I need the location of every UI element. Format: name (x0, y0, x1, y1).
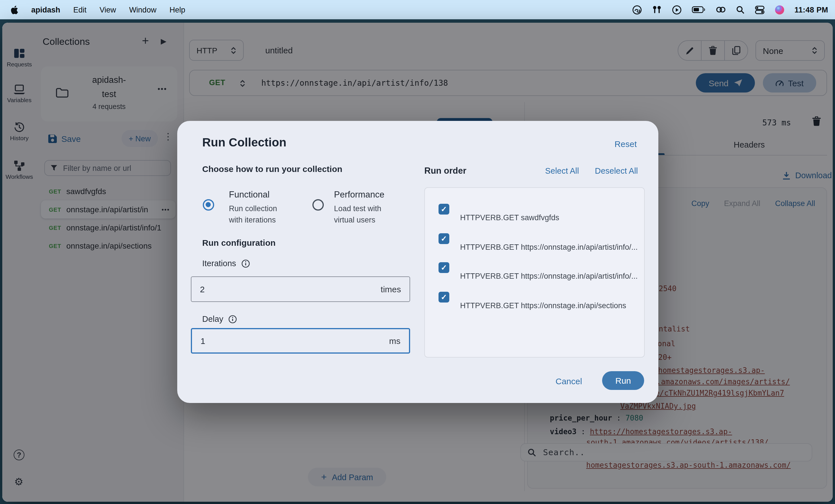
radio-functional[interactable] (203, 199, 214, 211)
delay-unit: ms (389, 336, 401, 345)
iterations-unit: times (381, 285, 401, 294)
now-playing-icon[interactable] (672, 5, 681, 15)
menu-bar: apidash Edit View Window Help 11:48 PM (0, 0, 835, 19)
run-collection-dialog: Run Collection Reset Choose how to run y… (177, 121, 658, 403)
siri-icon[interactable] (774, 5, 784, 15)
mode-functional-label[interactable]: Functional (229, 190, 269, 200)
menu-help[interactable]: Help (169, 5, 185, 14)
run-order-checkbox[interactable]: ✓ (439, 204, 449, 214)
spotlight-icon[interactable] (736, 5, 745, 14)
iterations-label: Iterations (202, 259, 250, 268)
run-order-label: HTTPVERB.GET https://onnstage.in/api/sec… (460, 301, 626, 310)
run-order-checkbox[interactable]: ✓ (439, 262, 449, 273)
menu-app-name[interactable]: apidash (31, 5, 60, 14)
delay-label: Delay (202, 314, 237, 323)
info-icon (241, 259, 250, 268)
run-order-label: HTTPVERB.GET https://onnstage.in/api/art… (460, 272, 638, 280)
run-order-checkbox[interactable]: ✓ (439, 233, 449, 244)
info-icon (228, 315, 237, 323)
delay-input[interactable]: 1 ms (191, 328, 410, 354)
iterations-input[interactable]: 2 times (191, 276, 410, 302)
reset-button[interactable]: Reset (615, 139, 637, 149)
menu-edit[interactable]: Edit (73, 5, 87, 14)
run-configuration-title: Run configuration (202, 238, 276, 248)
dialog-subtitle: Choose how to run your collection (202, 164, 342, 174)
dialog-title: Run Collection (202, 135, 286, 149)
run-order-title: Run order (424, 166, 466, 176)
run-order-checkbox[interactable]: ✓ (439, 292, 449, 302)
menu-clock[interactable]: 11:48 PM (794, 5, 828, 14)
apple-menu-icon[interactable] (11, 5, 18, 14)
mode-functional-desc: Run collection with iterations (229, 203, 286, 226)
run-order-links: Select All Deselect All (545, 166, 638, 175)
delay-value: 1 (201, 336, 205, 345)
control-center-icon[interactable] (755, 5, 764, 14)
radio-performance[interactable] (312, 199, 324, 211)
run-button[interactable]: Run (602, 371, 644, 390)
select-all-button[interactable]: Select All (545, 166, 579, 175)
cancel-button[interactable]: Cancel (555, 376, 582, 386)
menu-view[interactable]: View (100, 5, 116, 14)
deselect-all-button[interactable]: Deselect All (595, 166, 638, 175)
iterations-value: 2 (200, 285, 205, 294)
battery-icon[interactable] (692, 6, 705, 13)
run-order-label: HTTPVERB.GET https://onnstage.in/api/art… (460, 243, 638, 251)
mode-performance-label[interactable]: Performance (334, 190, 384, 200)
menu-window[interactable]: Window (129, 5, 157, 14)
hotspot-icon[interactable] (715, 6, 726, 14)
creative-cloud-icon[interactable] (632, 5, 641, 15)
run-order-label: HTTPVERB.GET sawdfvgfds (460, 213, 559, 222)
airpods-icon[interactable] (652, 5, 661, 14)
mode-performance-desc: Load test with virtual users (334, 203, 391, 226)
run-order-list: ✓HTTPVERB.GET sawdfvgfds✓HTTPVERB.GET ht… (424, 187, 645, 358)
desktop: apidash Edit View Window Help 11:48 PM (0, 0, 835, 504)
